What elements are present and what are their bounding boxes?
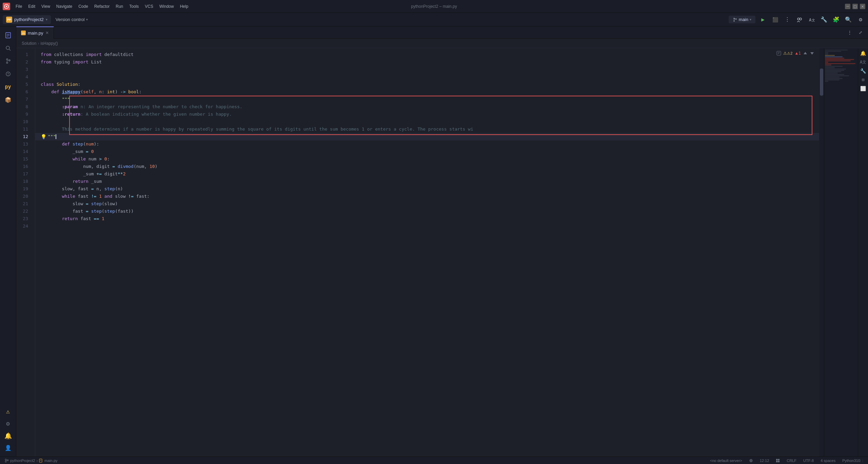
svg-point-6 <box>797 18 800 20</box>
git-icon <box>5 459 9 463</box>
status-line-ending[interactable]: CRLF <box>785 459 798 463</box>
run-button[interactable]: ▶ <box>758 15 768 24</box>
svg-rect-38 <box>776 461 778 462</box>
line-num-13: 13 <box>16 140 31 148</box>
status-python-version[interactable]: Python310: : <box>840 459 865 463</box>
right-grid-icon[interactable]: ⊞ <box>860 76 867 83</box>
code-area[interactable]: ⚠⚠2 ▲1 from collections import defaultdi… <box>35 48 819 457</box>
branch-name: main <box>739 17 748 22</box>
menu-tools[interactable]: Tools <box>126 3 141 10</box>
menu-help[interactable]: Help <box>177 3 191 10</box>
menu-code[interactable]: Code <box>76 3 91 10</box>
svg-point-3 <box>733 20 734 21</box>
maximize-button[interactable]: □ <box>852 4 858 9</box>
menu-window[interactable]: Window <box>157 3 177 10</box>
menu-edit[interactable]: Edit <box>25 3 38 10</box>
svg-rect-36 <box>776 459 778 461</box>
sidebar-problems[interactable]: ⚠ <box>2 405 14 417</box>
scrollbar[interactable] <box>819 48 824 457</box>
status-windows-icon[interactable] <box>774 459 782 463</box>
project-chevron: ▾ <box>46 18 47 21</box>
settings-icon[interactable]: ⚙ <box>856 15 865 24</box>
code-line-6: def isHappy(self, n: int) -> bool: <box>35 88 819 96</box>
svg-point-14 <box>6 46 9 50</box>
sidebar-settings[interactable]: ⚙ <box>2 417 14 429</box>
menu-file[interactable]: File <box>13 3 25 10</box>
status-encoding[interactable]: UTF-8 <box>801 459 816 463</box>
tab-main-py[interactable]: py main.py ✕ <box>16 26 54 39</box>
svg-point-28 <box>5 459 6 460</box>
code-line-21: slow = step(slow) <box>35 200 819 208</box>
code-line-7: """ <box>35 96 819 103</box>
sidebar-git[interactable] <box>2 55 14 67</box>
right-translate-icon[interactable]: A文 <box>860 58 867 66</box>
code-line-9: :return: A boolean indicating whether th… <box>35 111 819 118</box>
vcs-button[interactable]: Version control ▾ <box>53 16 91 23</box>
line-num-12: 12 <box>16 133 31 140</box>
sidebar-account[interactable]: 👤 <box>2 442 14 454</box>
collab-icon[interactable] <box>795 15 804 24</box>
gutter-edit-icon <box>776 51 781 56</box>
svg-marker-27 <box>810 52 814 55</box>
plugin-icon[interactable]: 🧩 <box>831 15 841 24</box>
svg-rect-32 <box>39 459 42 462</box>
code-line-24 <box>35 223 819 230</box>
line-num-7: 7 <box>16 96 31 103</box>
code-line-8: :param n: An integer representing the nu… <box>35 103 819 111</box>
status-line-ending-label: CRLF <box>787 459 796 463</box>
more-button[interactable]: ⋮ <box>783 15 792 24</box>
status-project[interactable]: pythonProject2 › main.py <box>3 459 60 463</box>
line-num-21: 21 <box>16 200 31 208</box>
menu-bar: File Edit View Navigate Code Refactor Ru… <box>13 3 191 10</box>
status-network-icon[interactable] <box>747 459 755 463</box>
right-tools-icon[interactable]: 🔧 <box>860 67 867 75</box>
menu-navigate[interactable]: Navigate <box>54 3 75 10</box>
svg-point-29 <box>5 461 6 462</box>
sidebar-notifications[interactable]: 🔔 <box>2 429 14 442</box>
status-no-server[interactable]: <no default server> <box>708 459 744 463</box>
line-num-14: 14 <box>16 148 31 155</box>
sidebar-packages[interactable]: 📦 <box>2 94 14 106</box>
code-line-22: fast = step(step(fast)) <box>35 208 819 215</box>
right-terminal-icon[interactable]: ⬜ <box>860 85 867 92</box>
minimize-button[interactable]: ─ <box>845 4 850 9</box>
menu-run[interactable]: Run <box>113 3 126 10</box>
sidebar-search[interactable] <box>2 42 14 54</box>
svg-text:文: 文 <box>812 18 815 22</box>
menu-vcs[interactable]: VCS <box>142 3 156 10</box>
translate-icon[interactable]: A文 <box>807 15 816 24</box>
right-notifications-icon[interactable]: 🔔 <box>860 50 867 57</box>
line-num-9: 9 <box>16 111 31 118</box>
status-line-col[interactable]: 12:12 <box>758 459 771 463</box>
scroll-up-icon[interactable] <box>803 51 808 56</box>
code-line-13: def step(num): <box>35 140 819 148</box>
search-icon[interactable]: 🔍 <box>844 15 853 24</box>
tab-expand-button[interactable]: ⤢ <box>856 28 865 37</box>
status-indent[interactable]: 4 spaces <box>818 459 837 463</box>
status-file-label: main.py <box>44 459 58 463</box>
line-num-20: 20 <box>16 193 31 200</box>
line-num-18: 18 <box>16 178 31 185</box>
tab-settings-button[interactable]: ⋮ <box>845 28 854 37</box>
close-button[interactable]: ✕ <box>860 4 865 9</box>
svg-rect-37 <box>778 459 780 461</box>
bulb-icon[interactable]: 💡 <box>41 133 46 140</box>
scroll-down-icon[interactable] <box>810 51 814 56</box>
line-num-6: 6 <box>16 88 31 96</box>
branch-selector[interactable]: main ▾ <box>729 16 755 23</box>
main-layout: py 📦 ⚠ ⚙ 🔔 👤 py main.py ✕ ⋮ ⤢ Solution <box>0 26 868 457</box>
svg-point-7 <box>800 18 802 20</box>
tab-close-button[interactable]: ✕ <box>45 31 49 35</box>
line-num-10: 10 <box>16 118 31 125</box>
menu-refactor[interactable]: Refactor <box>92 3 112 10</box>
tools-icon[interactable]: 🔧 <box>819 15 829 24</box>
project-selector[interactable]: PP pythonProject2 ▾ <box>3 15 51 24</box>
sidebar-files[interactable] <box>2 29 14 41</box>
sidebar-python[interactable]: py <box>2 81 14 93</box>
warnings-bar: ⚠⚠2 ▲1 <box>776 51 814 56</box>
menu-view[interactable]: View <box>39 3 53 10</box>
stop-button[interactable]: ⬛ <box>770 15 780 24</box>
code-line-17: _sum += digit**2 <box>35 170 819 178</box>
sidebar-debug[interactable] <box>2 68 14 80</box>
line-numbers: 1 2 3 4 5 6 7 8 9 10 11 12 13 14 15 16 1… <box>16 48 35 457</box>
